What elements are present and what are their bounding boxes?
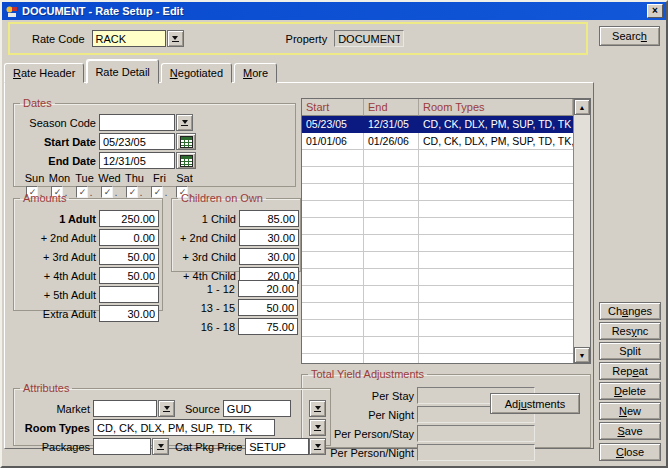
day-label: Thu (125, 172, 144, 184)
tab-rate-detail[interactable]: Rate Detail (86, 59, 158, 84)
age-16-18-label: 16 - 18 (173, 321, 235, 333)
table-scrollbar[interactable]: ▲ ▼ (573, 99, 590, 363)
adult-3-input[interactable] (99, 248, 159, 265)
close-icon[interactable]: × (647, 4, 663, 18)
adult-5-input[interactable] (99, 286, 159, 303)
packages-label: Packages (16, 441, 90, 453)
per-person-stay-field (417, 425, 535, 442)
tab-negotiated[interactable]: Negotiated (161, 63, 232, 83)
scroll-up-icon[interactable]: ▲ (574, 99, 590, 115)
market-input[interactable] (93, 400, 157, 417)
child-1-input[interactable] (239, 210, 299, 227)
day-label: Sat (176, 172, 193, 184)
day-label: Mon (49, 172, 70, 184)
property-label: Property (286, 33, 328, 45)
app-icon (5, 5, 18, 18)
save-button[interactable]: Save (599, 422, 661, 440)
per-person-night-field (417, 444, 535, 461)
cat-pkg-price-lov-button[interactable] (309, 438, 326, 455)
start-date-input[interactable] (99, 133, 175, 150)
age-1-12-label: 1 - 12 (173, 283, 235, 295)
dates-group: Dates Season Code Start Date End Da (13, 97, 296, 187)
tab-rate-header[interactable]: Rate Header (4, 63, 84, 83)
extra-adult-input[interactable] (99, 305, 159, 322)
yield-legend: Total Yield Adjustments (308, 368, 427, 380)
source-label: Source (185, 403, 220, 415)
start-date-calendar-button[interactable] (176, 133, 196, 150)
amounts-legend: Amounts (20, 192, 69, 204)
title-bar: DOCUMENT - Rate Setup - Edit × (2, 2, 666, 20)
dropdown-arrow-icon (164, 406, 170, 410)
close-button[interactable]: Close (599, 443, 661, 461)
dropdown-arrow-icon (172, 36, 178, 40)
child-1-label: 1 Child (174, 213, 236, 225)
season-code-input[interactable] (99, 114, 175, 131)
dropdown-arrow-icon (182, 120, 188, 124)
adult-2-label: + 2nd Adult (16, 232, 96, 244)
adult-3-label: + 3rd Adult (16, 251, 96, 263)
rate-detail-panel: Dates Season Code Start Date End Da (4, 82, 594, 449)
column-header-end: End (364, 99, 419, 116)
source-lov-button[interactable] (309, 400, 326, 417)
table-row[interactable]: 01/01/06 01/26/06 CD, CK, DLX, PM, SUP, … (302, 133, 573, 150)
adult-5-label: + 5th Adult (16, 289, 96, 301)
split-button[interactable]: Split (599, 342, 661, 360)
table-row[interactable]: 05/23/05 12/31/05 CD, CK, DLX, PM, SUP, … (302, 116, 573, 133)
child-age-rates-group: 1 - 12 13 - 15 16 - 18 (171, 280, 301, 337)
attributes-legend: Attributes (20, 382, 72, 394)
child-3-label: + 3rd Child (174, 251, 236, 263)
child-3-input[interactable] (239, 248, 299, 265)
new-button[interactable]: New (599, 402, 661, 420)
room-types-input[interactable] (93, 419, 275, 436)
age-1-12-input[interactable] (238, 280, 298, 297)
age-16-18-input[interactable] (238, 318, 298, 335)
room-types-lov-button[interactable] (309, 419, 326, 436)
delete-button[interactable]: Delete (599, 382, 661, 400)
extra-adult-label: Extra Adult (16, 308, 96, 320)
cat-pkg-price-input[interactable] (245, 438, 309, 455)
cat-pkg-price-label: Cat Pkg Price (175, 441, 242, 453)
rate-detail-table: Start End Room Types 05/23/05 12/31/05 C… (301, 98, 591, 364)
adjustments-button[interactable]: Adjustments (490, 393, 580, 414)
attributes-group: Attributes Market Source Room Types Pack… (13, 382, 331, 446)
source-input[interactable] (223, 400, 291, 417)
tab-strip: Rate Header Rate Detail Negotiated More (4, 57, 279, 82)
rate-code-lov-button[interactable] (167, 30, 184, 47)
query-box: Rate Code Property (8, 22, 588, 55)
column-header-room-types: Room Types (419, 99, 573, 116)
end-date-label: End Date (16, 155, 96, 167)
age-13-15-label: 13 - 15 (173, 302, 235, 314)
scroll-down-icon[interactable]: ▼ (574, 347, 590, 363)
tab-more[interactable]: More (234, 63, 277, 83)
adult-1-input[interactable] (99, 210, 159, 227)
dropdown-arrow-icon (158, 444, 164, 448)
repeat-button[interactable]: Repeat (599, 362, 661, 380)
rate-code-label: Rate Code (32, 33, 85, 45)
table-header: Start End Room Types (302, 99, 573, 116)
adult-4-input[interactable] (99, 267, 159, 284)
rate-setup-window: DOCUMENT - Rate Setup - Edit × Rate Code… (0, 0, 668, 468)
day-label: Sun (25, 172, 45, 184)
column-header-start: Start (302, 99, 364, 116)
day-label: Fri (153, 172, 166, 184)
packages-input[interactable] (93, 438, 151, 455)
day-label: Wed (98, 172, 120, 184)
packages-lov-button[interactable] (152, 438, 169, 455)
start-date-label: Start Date (16, 136, 96, 148)
end-date-calendar-button[interactable] (176, 152, 196, 169)
season-code-lov-button[interactable] (176, 114, 193, 131)
search-button[interactable]: Search (599, 26, 660, 46)
end-date-input[interactable] (99, 152, 175, 169)
table-body: 05/23/05 12/31/05 CD, CK, DLX, PM, SUP, … (302, 116, 573, 363)
room-types-label: Room Types (16, 422, 90, 434)
resync-button[interactable]: Resync (599, 322, 661, 340)
rate-code-input[interactable] (92, 30, 166, 47)
window-title: DOCUMENT - Rate Setup - Edit (22, 5, 183, 17)
adult-2-input[interactable] (99, 229, 159, 246)
children-legend: Children on Own (178, 192, 266, 204)
age-13-15-input[interactable] (238, 299, 298, 316)
child-2-input[interactable] (239, 229, 299, 246)
market-lov-button[interactable] (158, 400, 175, 417)
changes-button[interactable]: Changes (599, 302, 661, 320)
calendar-icon (180, 136, 193, 148)
